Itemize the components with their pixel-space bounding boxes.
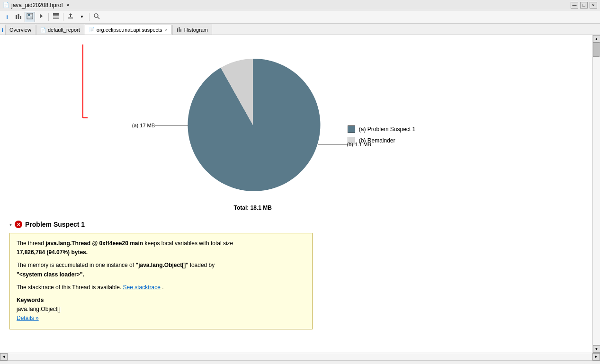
main-area: (a) 17 MB (b) 1.1 MB Total: 18.1 MB (0, 35, 600, 353)
tab-overview[interactable]: Overview (5, 25, 36, 35)
svg-point-15 (94, 14, 98, 18)
slice-b-label: (b) 1.1 MB (318, 142, 371, 147)
tab-default-report-label: default_report (48, 27, 80, 33)
title-bar: 📄 java_pid20208.hprof × — □ × (0, 0, 600, 10)
scroll-up-button[interactable]: ▲ (593, 35, 600, 43)
export-button[interactable] (65, 12, 76, 22)
svg-rect-11 (53, 17, 59, 18)
scroll-right-button[interactable]: ► (592, 353, 600, 361)
problem-header: ▾ ✕ Problem Suspect 1 (9, 221, 583, 228)
svg-rect-19 (180, 29, 181, 32)
problem-desc-2: The memory is accumulated in one instanc… (17, 261, 305, 279)
keywords-section: Keywords java.lang.Object[] Details » (17, 296, 305, 323)
pie-slice-a (188, 59, 320, 191)
title-bar-text: 📄 java_pid20208.hprof × (3, 2, 70, 9)
chart-total: Total: 18.1 MB (234, 204, 272, 211)
close-button[interactable]: × (590, 2, 597, 9)
table-icon (53, 13, 59, 21)
details-link[interactable]: Details » (17, 315, 39, 321)
svg-marker-13 (69, 13, 72, 17)
bottom-bar: Table Of Contents Created by Eclipse Mem… (0, 360, 600, 364)
tab-suspects-label: org.eclipse.mat.api:suspects (97, 27, 162, 33)
problem-box: The thread java.lang.Thread @ 0xff4eee20… (9, 233, 313, 329)
annotation-line (26, 42, 111, 138)
svg-rect-0 (16, 15, 17, 19)
problem-section: ▾ ✕ Problem Suspect 1 The thread java.la… (0, 216, 592, 334)
scroll-track-vertical[interactable] (593, 43, 600, 345)
slice-a-label: (a) 17 MB (132, 123, 188, 128)
legend-box-a (348, 125, 355, 133)
scroll-left-button[interactable]: ◄ (0, 353, 8, 361)
keywords-title: Keywords (17, 296, 305, 305)
svg-rect-10 (53, 15, 59, 16)
bar-chart-icon (15, 13, 22, 21)
problem-desc-1: The thread java.lang.Thread @ 0xff4eee20… (17, 239, 305, 257)
desc2-suffix: loaded by (190, 262, 215, 268)
scroll-track-horizontal[interactable] (8, 353, 592, 360)
svg-rect-4 (28, 14, 30, 16)
svg-rect-9 (53, 13, 59, 15)
info-button[interactable]: i (2, 12, 12, 22)
selected-view-icon (27, 13, 33, 21)
title-close[interactable]: × (67, 2, 70, 8)
problem-desc-3: The stacktrace of this Thread is availab… (17, 283, 305, 292)
svg-rect-1 (18, 14, 19, 19)
svg-rect-2 (20, 16, 21, 19)
legend-item-a: (a) Problem Suspect 1 (348, 125, 415, 133)
nav-button[interactable] (36, 12, 46, 22)
tab-report-icon: 📄 (40, 27, 46, 33)
tab-suspects-icon: 📄 (89, 27, 95, 32)
nav-icon (38, 13, 45, 21)
table-button[interactable] (51, 12, 61, 22)
chart-container: (a) 17 MB (b) 1.1 MB Total: 18.1 MB (177, 49, 415, 211)
svg-rect-12 (53, 18, 59, 19)
info-icon: i (6, 14, 8, 20)
dropdown-arrow-icon: ▼ (80, 15, 84, 19)
tab-suspects[interactable]: 📄 org.eclipse.mat.api:suspects × (85, 25, 172, 35)
svg-rect-14 (68, 18, 73, 18)
bar-chart-button[interactable] (13, 12, 24, 22)
tab-overview-label: Overview (9, 27, 31, 33)
tabs-bar: i Overview 📄 default_report 📄 org.eclips… (0, 24, 600, 35)
search-icon (93, 13, 100, 21)
toolbar: i (0, 10, 600, 24)
tab-suspects-close[interactable]: × (165, 27, 168, 32)
see-stacktrace-link[interactable]: See stacktrace (123, 284, 161, 291)
legend-label-a: (a) Problem Suspect 1 (359, 126, 415, 133)
desc1-prefix: The thread (17, 240, 45, 247)
toolbar-separator-1 (48, 13, 49, 21)
window-controls: — □ × (571, 2, 597, 9)
svg-marker-8 (40, 14, 43, 18)
selected-view-button[interactable] (25, 12, 35, 22)
desc3-suffix: . (162, 284, 163, 291)
horizontal-scrollbar: ◄ ► (0, 353, 600, 360)
scroll-thumb-vertical[interactable] (593, 43, 600, 57)
toolbar-separator-2 (63, 13, 63, 21)
search-button[interactable] (91, 12, 102, 22)
minimize-button[interactable]: — (571, 2, 578, 9)
maximize-button[interactable]: □ (580, 2, 588, 9)
scroll-down-button[interactable]: ▼ (593, 345, 600, 353)
svg-rect-17 (177, 28, 178, 32)
export-icon (67, 13, 74, 21)
title-text: java_pid20208.hprof (11, 2, 63, 9)
tab-histogram-icon (177, 27, 182, 33)
desc1-suffix: keeps local variables with total size (145, 240, 233, 247)
desc2-class: "java.lang.Object[]" (135, 262, 188, 268)
tab-info-prefix: i (2, 27, 3, 35)
pie-chart-area: (a) 17 MB (b) 1.1 MB (177, 49, 329, 201)
tab-default-report[interactable]: 📄 default_report (36, 25, 84, 35)
toolbar-separator-3 (89, 13, 90, 21)
tab-histogram-label: Histogram (184, 27, 208, 33)
tab-histogram[interactable]: Histogram (172, 25, 212, 35)
vertical-scrollbar: ▲ ▼ (592, 35, 600, 353)
more-button[interactable]: ▼ (77, 12, 87, 22)
desc1-size: 17,826,784 (94.07%) bytes. (17, 249, 88, 256)
problem-title: Problem Suspect 1 (25, 221, 85, 228)
pie-chart-wrapper: (a) 17 MB (b) 1.1 MB Total: 18.1 MB (177, 49, 329, 211)
keywords-value: java.lang.Object[] (17, 305, 305, 314)
desc2-prefix: The memory is accumulated in one instanc… (17, 262, 135, 268)
desc2-loader: "<system class loader>". (17, 271, 84, 278)
expand-arrow-icon[interactable]: ▾ (9, 222, 12, 227)
content-area: (a) 17 MB (b) 1.1 MB Total: 18.1 MB (0, 35, 592, 353)
